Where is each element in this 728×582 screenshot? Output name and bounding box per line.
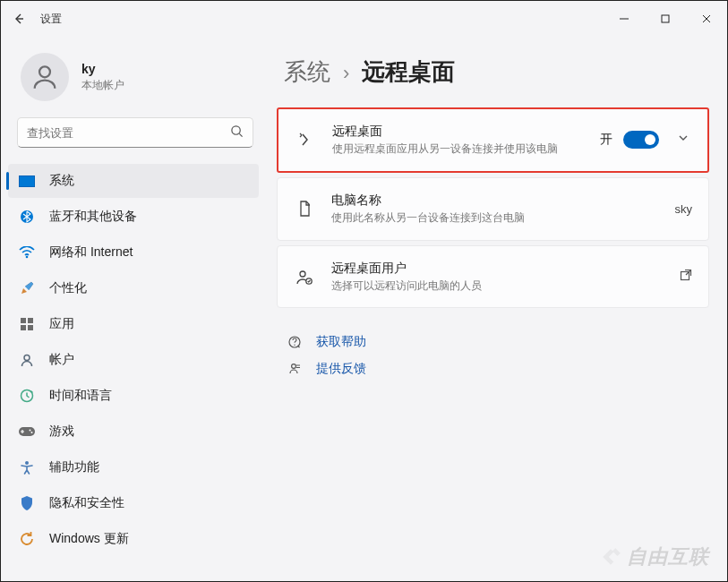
accessibility-icon	[19, 459, 35, 475]
nav: 系统蓝牙和其他设备网络和 Internet个性化应用帐户时间和语言游戏辅助功能隐…	[1, 155, 270, 556]
card-sub: 使用远程桌面应用从另一设备连接并使用该电脑	[332, 141, 565, 157]
open-external-icon	[680, 269, 692, 285]
svg-point-2	[232, 125, 240, 133]
remote-users-card[interactable]: 远程桌面用户 选择可以远程访问此电脑的人员	[277, 245, 709, 309]
privacy-icon	[19, 495, 35, 511]
sidebar-item-update[interactable]: Windows 更新	[8, 522, 259, 556]
svg-rect-3	[19, 175, 35, 187]
wifi-icon	[19, 244, 35, 261]
card-title: 远程桌面	[332, 124, 584, 140]
svg-point-14	[30, 430, 31, 432]
sidebar-item-label: 个性化	[49, 280, 87, 296]
person-icon	[30, 62, 60, 92]
search-input[interactable]	[27, 126, 230, 140]
system-icon	[19, 173, 35, 189]
update-icon	[19, 531, 35, 547]
sidebar-item-accounts[interactable]: 帐户	[8, 343, 259, 377]
page-title: 远程桌面	[362, 56, 455, 88]
pc-name-value: sky	[675, 202, 693, 216]
main: 系统 › 远程桌面 远程桌面 使用远程桌面应用从另一设备连接并使用该电脑 开	[270, 37, 727, 581]
sidebar-item-accessibility[interactable]: 辅助功能	[8, 450, 259, 484]
sidebar-item-label: 时间和语言	[49, 388, 112, 404]
card-title: 远程桌面用户	[331, 261, 664, 277]
close-button[interactable]	[686, 1, 727, 37]
back-button[interactable]	[1, 1, 37, 37]
breadcrumb: 系统 › 远程桌面	[277, 56, 709, 88]
sidebar-item-time[interactable]: 时间和语言	[8, 379, 259, 413]
gaming-icon	[19, 424, 35, 440]
svg-point-15	[31, 432, 33, 433]
user-block[interactable]: ky 本地帐户	[1, 37, 270, 108]
svg-rect-10	[28, 325, 33, 330]
user-sub: 本地帐户	[81, 78, 124, 93]
sidebar-item-label: 隐私和安全性	[49, 495, 124, 511]
users-icon	[294, 267, 315, 287]
chevron-right-icon: ›	[343, 62, 349, 85]
sidebar-item-bluetooth[interactable]: 蓝牙和其他设备	[8, 200, 259, 234]
sidebar: ky 本地帐户 系统蓝牙和其他设备网络和 Internet个性化应用帐户时间和语…	[1, 37, 270, 581]
feedback-link[interactable]: 提供反馈	[316, 361, 366, 377]
window-controls	[604, 1, 727, 37]
accounts-icon	[19, 352, 35, 368]
sidebar-item-privacy[interactable]: 隐私和安全性	[8, 486, 259, 520]
svg-rect-7	[21, 318, 26, 323]
svg-point-6	[26, 256, 29, 259]
svg-point-11	[24, 355, 30, 361]
sidebar-item-label: 系统	[49, 173, 74, 189]
titlebar: 设置	[1, 1, 727, 37]
svg-point-17	[300, 271, 305, 277]
document-icon	[294, 200, 315, 218]
search-icon	[230, 124, 244, 141]
svg-point-22	[292, 364, 296, 369]
svg-point-1	[39, 66, 50, 77]
user-name: ky	[81, 62, 124, 76]
card-title: 电脑名称	[331, 193, 659, 209]
minimize-button[interactable]	[604, 1, 645, 37]
sidebar-item-personalize[interactable]: 个性化	[8, 271, 259, 305]
svg-rect-9	[21, 325, 26, 330]
expand-chevron[interactable]	[675, 132, 691, 148]
svg-rect-0	[662, 15, 669, 22]
sidebar-item-label: 游戏	[49, 424, 74, 440]
sidebar-item-label: 辅助功能	[49, 459, 99, 475]
sidebar-item-system[interactable]: 系统	[8, 164, 259, 198]
sidebar-item-label: 帐户	[49, 352, 74, 368]
breadcrumb-root[interactable]: 系统	[284, 56, 330, 88]
apps-icon	[19, 316, 35, 332]
feedback-icon	[286, 362, 304, 376]
card-sub: 使用此名称从另一台设备连接到这台电脑	[331, 210, 659, 226]
personalize-icon	[19, 280, 35, 296]
sidebar-item-label: 应用	[49, 316, 74, 332]
back-arrow-icon	[12, 12, 26, 26]
svg-point-16	[25, 461, 29, 465]
help-links: 获取帮助 提供反馈	[277, 312, 709, 398]
get-help-link[interactable]: 获取帮助	[316, 334, 366, 350]
remote-desktop-card[interactable]: 远程桌面 使用远程桌面应用从另一设备连接并使用该电脑 开	[277, 107, 709, 173]
window-title: 设置	[40, 12, 62, 27]
sidebar-item-label: Windows 更新	[49, 531, 129, 547]
svg-point-21	[294, 345, 295, 346]
chevron-down-icon	[677, 132, 689, 144]
card-sub: 选择可以远程访问此电脑的人员	[331, 278, 664, 294]
bluetooth-icon	[19, 209, 35, 225]
remote-desktop-icon	[295, 131, 316, 149]
avatar	[21, 53, 69, 101]
sidebar-item-gaming[interactable]: 游戏	[8, 415, 259, 449]
maximize-button[interactable]	[645, 1, 686, 37]
sidebar-item-apps[interactable]: 应用	[8, 307, 259, 341]
sidebar-item-label: 蓝牙和其他设备	[49, 209, 137, 225]
time-icon	[19, 388, 35, 404]
toggle-state-label: 开	[600, 132, 612, 148]
svg-rect-8	[28, 318, 33, 323]
sidebar-item-label: 网络和 Internet	[49, 244, 133, 261]
remote-desktop-toggle[interactable]	[623, 131, 659, 149]
search-box[interactable]	[17, 117, 253, 148]
sidebar-item-wifi[interactable]: 网络和 Internet	[8, 235, 259, 270]
help-icon	[286, 335, 304, 349]
pc-name-card[interactable]: 电脑名称 使用此名称从另一台设备连接到这台电脑 sky	[277, 177, 709, 241]
